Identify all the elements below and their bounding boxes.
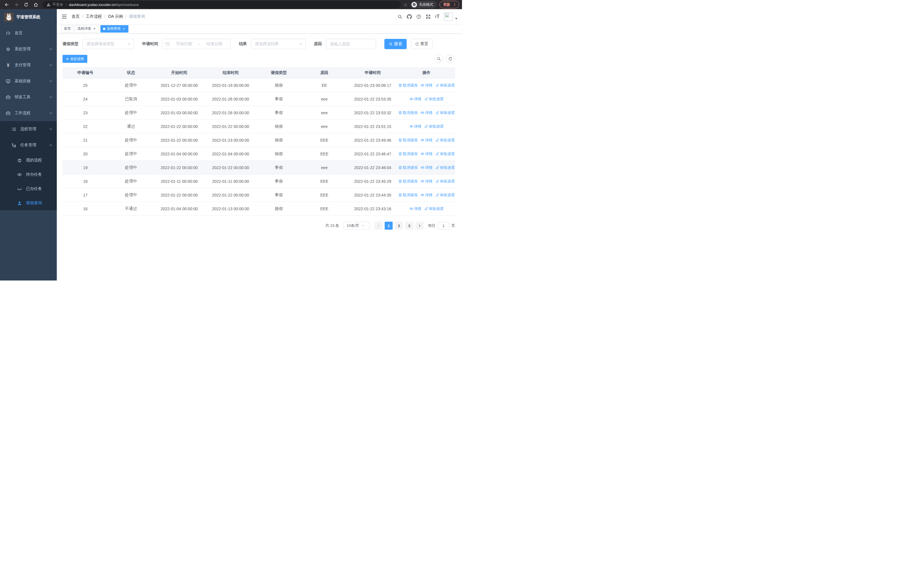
approval-progress-link[interactable]: 审批进度 bbox=[424, 124, 444, 129]
detail-link[interactable]: 详情 bbox=[410, 124, 422, 129]
tab-leave-query[interactable]: 请假查询 × bbox=[100, 25, 128, 33]
chevron-down-icon bbox=[49, 95, 52, 99]
breadcrumb-home[interactable]: 首页 bbox=[72, 14, 80, 19]
approval-progress-link[interactable]: 审批进度 bbox=[424, 96, 444, 102]
cancel-leave-link[interactable]: 取消请假 bbox=[398, 165, 418, 170]
cancel-leave-link[interactable]: 取消请假 bbox=[398, 179, 418, 184]
cell-id: 24 bbox=[63, 97, 108, 101]
detail-link[interactable]: 详情 bbox=[421, 165, 433, 170]
sidebar-item-workflow[interactable]: 工作流程 bbox=[0, 105, 57, 121]
tab-home[interactable]: 首页 bbox=[62, 25, 74, 33]
tab-process-detail[interactable]: 流程详情 × bbox=[75, 25, 99, 33]
search-icon[interactable] bbox=[397, 14, 402, 19]
cell-applied: 2022-01-22 23:46:47 bbox=[348, 152, 398, 156]
approval-progress-link[interactable]: 审批进度 bbox=[424, 206, 444, 211]
cancel-leave-link[interactable]: 取消请假 bbox=[398, 151, 418, 156]
sidebar-item-leave-query[interactable]: 请假查询 bbox=[0, 196, 57, 210]
bookmark-star-icon[interactable]: ☆ bbox=[404, 2, 408, 8]
refresh-table-button[interactable] bbox=[446, 54, 454, 63]
sidebar-item-home[interactable]: 首页 bbox=[0, 25, 57, 41]
detail-link[interactable]: 详情 bbox=[421, 110, 433, 116]
page-button-1[interactable]: 1 bbox=[385, 222, 393, 230]
cell-actions: 取消请假详情审批进度 bbox=[398, 110, 455, 116]
avatar[interactable] bbox=[444, 12, 453, 21]
sidebar-item-infrastructure[interactable]: 基础设施 bbox=[0, 73, 57, 89]
sidebar-item-task-management[interactable]: 任务管理 bbox=[0, 137, 57, 153]
cancel-leave-link[interactable]: 取消请假 bbox=[398, 138, 418, 143]
create-leave-button[interactable]: 发起请假 bbox=[63, 55, 87, 63]
approval-progress-link[interactable]: 审批进度 bbox=[435, 110, 455, 116]
sidebar-item-my-process[interactable]: 我的流程 bbox=[0, 153, 57, 167]
prev-page-button[interactable] bbox=[374, 222, 382, 230]
help-icon[interactable] bbox=[416, 14, 421, 19]
approval-progress-link[interactable]: 审批进度 bbox=[435, 151, 455, 156]
cell-id: 18 bbox=[63, 179, 108, 183]
next-page-button[interactable] bbox=[416, 222, 423, 230]
reset-button[interactable]: 重置 bbox=[411, 39, 433, 49]
detail-link[interactable]: 详情 bbox=[410, 206, 422, 211]
breadcrumb-workflow[interactable]: 工作流程 bbox=[86, 14, 102, 19]
filter-result: 结果 请选择流结果 bbox=[239, 39, 306, 49]
sidebar-item-todo-tasks[interactable]: 待办任务 bbox=[0, 167, 57, 182]
total-count: 共 23 条 bbox=[325, 223, 339, 228]
cancel-leave-link[interactable]: 取消请假 bbox=[398, 83, 418, 88]
approval-progress-link[interactable]: 审批进度 bbox=[435, 83, 455, 88]
browser-refresh-icon[interactable] bbox=[22, 1, 30, 8]
security-label[interactable]: 不安全 bbox=[52, 2, 63, 7]
page-button-2[interactable]: 2 bbox=[395, 222, 403, 230]
logo-image bbox=[4, 12, 14, 22]
detail-link[interactable]: 详情 bbox=[421, 193, 433, 198]
breadcrumb-oa-example[interactable]: OA 示例 bbox=[108, 14, 123, 19]
browser-menu-icon[interactable]: ⋮ bbox=[453, 3, 456, 7]
page-size-select[interactable]: 10条/页 bbox=[344, 222, 370, 230]
page-button-3[interactable]: 3 bbox=[405, 222, 413, 230]
fullscreen-icon[interactable] bbox=[426, 14, 430, 19]
detail-link[interactable]: 详情 bbox=[410, 96, 422, 102]
approval-progress-link[interactable]: 审批进度 bbox=[435, 165, 455, 170]
close-icon[interactable]: × bbox=[122, 27, 126, 31]
sidebar-item-process-management[interactable]: 流程管理 bbox=[0, 121, 57, 137]
apply-time-range-picker[interactable]: 开始日期 - 结束日期 bbox=[162, 39, 231, 49]
browser-back-icon[interactable] bbox=[3, 1, 10, 8]
cell-end: 2022-01-26 00:00:00 bbox=[205, 111, 256, 115]
eye-icon bbox=[421, 165, 424, 169]
monitor-icon bbox=[6, 79, 10, 84]
sidebar-item-system[interactable]: ⚙ 系统管理 bbox=[0, 41, 57, 57]
sidebar-item-done-tasks[interactable]: 已办任务 bbox=[0, 182, 57, 196]
goto-page-input[interactable] bbox=[438, 222, 449, 230]
cell-id: 23 bbox=[63, 111, 108, 115]
close-icon[interactable]: × bbox=[93, 27, 96, 31]
browser-home-icon[interactable] bbox=[32, 1, 39, 8]
app-title: 芋道管理系统 bbox=[16, 15, 40, 20]
search-button[interactable]: 搜索 bbox=[384, 39, 406, 49]
avatar-caret-icon[interactable] bbox=[455, 18, 458, 20]
sidebar-item-label: 工作流程 bbox=[15, 111, 49, 116]
approval-progress-link[interactable]: 审批进度 bbox=[435, 193, 455, 198]
browser-update-button[interactable]: 更新 ⋮ bbox=[440, 1, 459, 8]
sidebar-item-payment[interactable]: ¥ 支付管理 bbox=[0, 57, 57, 73]
detail-link[interactable]: 详情 bbox=[421, 138, 433, 143]
reason-input[interactable] bbox=[326, 39, 376, 49]
approval-progress-link[interactable]: 审批进度 bbox=[435, 179, 455, 184]
sidebar-item-dev-tools[interactable]: 研发工具 bbox=[0, 89, 57, 105]
browser-forward-icon[interactable] bbox=[12, 1, 20, 8]
cancel-leave-link[interactable]: 取消请假 bbox=[398, 193, 418, 198]
toggle-search-button[interactable] bbox=[435, 54, 443, 63]
url-text[interactable]: dashboard.yudao.iocoder.cn/bpm/oa/leave bbox=[69, 3, 139, 7]
detail-link[interactable]: 详情 bbox=[421, 179, 433, 184]
detail-link[interactable]: 详情 bbox=[421, 83, 433, 88]
table-toolbar: 发起请假 bbox=[63, 54, 455, 63]
result-select[interactable]: 请选择流结果 bbox=[251, 39, 306, 49]
security-warning-icon[interactable] bbox=[46, 3, 51, 7]
cell-reason: eee bbox=[301, 97, 348, 101]
cancel-leave-link[interactable]: 取消请假 bbox=[398, 110, 418, 116]
navbar: 首页 / 工作流程 / OA 示例 / 请假查询 bbox=[57, 9, 462, 24]
detail-link[interactable]: 详情 bbox=[421, 151, 433, 156]
url-bar[interactable]: 不安全 dashboard.yudao.iocoder.cn/bpm/oa/le… bbox=[43, 1, 400, 8]
approval-progress-link[interactable]: 审批进度 bbox=[435, 138, 455, 143]
sidebar-toggle-icon[interactable] bbox=[62, 14, 67, 20]
font-size-icon[interactable]: TT bbox=[435, 14, 440, 19]
leave-type-select[interactable]: 请选择请假类型 bbox=[82, 39, 134, 49]
app-logo[interactable]: 芋道管理系统 bbox=[0, 9, 57, 25]
github-icon[interactable] bbox=[406, 14, 412, 19]
